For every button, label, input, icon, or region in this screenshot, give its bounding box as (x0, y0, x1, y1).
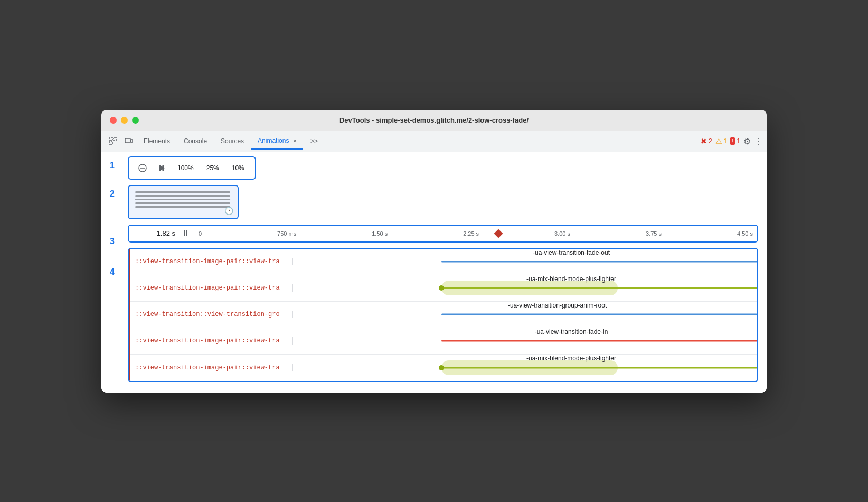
anim-line-1 (135, 191, 230, 193)
svg-rect-0 (109, 137, 112, 141)
title-bar: DevTools - simple-set-demos.glitch.me/2-… (101, 110, 767, 131)
animation-row-2[interactable]: ::view-transition-image-pair::view-tra -… (129, 275, 757, 302)
row-anim-name-3: -ua-view-transition-group-anim-root (508, 302, 607, 309)
traffic-lights (110, 117, 139, 124)
tab-console[interactable]: Console (177, 133, 213, 150)
row-label-2: ::view-transition-image-pair::view-tra (129, 284, 293, 292)
row-track-2: -ua-mix-blend-mode-plus-lighter (293, 275, 757, 301)
mark-2s25: 2.25 s (463, 230, 479, 237)
section-label-3: 3 (110, 237, 115, 246)
anim-line-4 (135, 202, 230, 204)
animation-lines (135, 191, 230, 213)
current-time-display: 1.82 s (129, 229, 182, 237)
tab-animations[interactable]: Animations × (251, 133, 303, 150)
device-mode-icon[interactable] (121, 134, 136, 148)
row-track-3: -ua-view-transition-group-anim-root (293, 302, 757, 328)
settings-icon[interactable]: ⚙ (743, 136, 751, 146)
speed-10-button[interactable]: 10% (228, 163, 249, 173)
tab-close-icon[interactable]: × (293, 137, 296, 144)
row-label-1: ::view-transition-image-pair::view-tra (129, 258, 293, 265)
timeline-ruler-section: 1.82 s ⏸ 0 750 ms 1.50 s 2.25 s 3.00 s 3… (128, 225, 758, 243)
minimize-button[interactable] (121, 117, 128, 124)
more-options-icon[interactable]: ⋮ (754, 136, 762, 146)
info-icon: ! (730, 137, 735, 145)
track-bar-3 (441, 314, 757, 315)
svg-rect-2 (109, 142, 112, 145)
play-button[interactable] (154, 161, 169, 175)
animation-row-5[interactable]: ::view-transition-image-pair::view-tra -… (129, 355, 757, 381)
more-tabs-button[interactable]: >> (304, 133, 324, 150)
anim-line-5 (135, 206, 230, 208)
svg-rect-3 (125, 138, 130, 143)
animation-controls: 100% 25% 10% (128, 156, 256, 180)
speed-100-button[interactable]: 100% (173, 163, 198, 173)
inspect-icon[interactable] (106, 134, 120, 148)
row-track-1: -ua-view-transition-fade-out (293, 249, 757, 275)
close-button[interactable] (110, 117, 117, 124)
devtools-window: DevTools - simple-set-demos.glitch.me/2-… (101, 110, 767, 393)
clear-button[interactable] (135, 161, 150, 175)
warning-icon: ⚠ (715, 137, 722, 145)
animation-rows-section: ::view-transition-image-pair::view-tra -… (128, 248, 758, 382)
animation-row-3[interactable]: ::view-transition::view-transition-gro -… (129, 302, 757, 328)
tab-sources[interactable]: Sources (214, 133, 250, 150)
pause-icon[interactable]: ⏸ (182, 229, 190, 238)
tab-elements[interactable]: Elements (137, 133, 176, 150)
track-bar-1 (441, 261, 757, 263)
devtools-body: Elements Console Sources Animations × >>… (101, 131, 767, 393)
anim-line-3 (135, 199, 230, 200)
row-label-5: ::view-transition-image-pair::view-tra (129, 364, 293, 371)
row-label-3: ::view-transition::view-transition-gro (129, 311, 293, 318)
error-badge: ✖ 2 (701, 137, 712, 145)
timeline-cursor-diamond (494, 229, 503, 238)
track-bar-5 (441, 367, 757, 368)
tab-right-section: ✖ 2 ⚠ 1 ! 1 ⚙ ⋮ (701, 136, 762, 146)
animation-row-1[interactable]: ::view-transition-image-pair::view-tra -… (129, 249, 757, 275)
track-bar-2 (441, 287, 757, 289)
warning-badge: ⚠ 1 (715, 137, 728, 145)
section-label-1: 1 (110, 161, 115, 170)
speed-25-button[interactable]: 25% (202, 163, 223, 173)
info-badge: ! 1 (730, 137, 740, 145)
clock-icon: 🕐 (224, 207, 233, 215)
mark-3s75: 3.75 s (646, 230, 662, 237)
svg-rect-9 (163, 165, 164, 171)
animation-group-thumbnail[interactable]: 🕐 (128, 185, 239, 219)
svg-rect-1 (114, 137, 117, 141)
timeline-marks[interactable]: 0 750 ms 1.50 s 2.25 s 3.00 s 3.75 s 4.5… (194, 230, 757, 237)
row-label-4: ::view-transition-image-pair::view-tra (129, 337, 293, 345)
row-anim-name-1: -ua-view-transition-fade-out (533, 249, 610, 256)
tab-bar: Elements Console Sources Animations × >>… (101, 131, 767, 152)
row-track-4: -ua-view-transition-fade-in (293, 328, 757, 354)
mark-0: 0 (199, 230, 202, 237)
window-title: DevTools - simple-set-demos.glitch.me/2-… (339, 116, 529, 124)
anim-line-2 (135, 195, 230, 197)
animation-row-4[interactable]: ::view-transition-image-pair::view-tra -… (129, 328, 757, 355)
mark-750ms: 750 ms (277, 230, 296, 237)
mark-4s50: 4.50 s (737, 230, 753, 237)
track-dot-2 (439, 285, 444, 291)
maximize-button[interactable] (132, 117, 139, 124)
mark-3s: 3.00 s (554, 230, 570, 237)
section-label-4: 4 (110, 267, 115, 277)
svg-rect-4 (131, 140, 133, 142)
row-anim-name-4: -ua-view-transition-fade-in (535, 328, 608, 336)
mark-1s50: 1.50 s (372, 230, 388, 237)
track-dot-5 (439, 365, 444, 370)
section-label-2: 2 (110, 189, 115, 199)
track-bar-4 (441, 340, 757, 342)
error-icon: ✖ (701, 137, 707, 145)
svg-rect-8 (159, 165, 161, 171)
row-track-5: -ua-mix-blend-mode-plus-lighter (293, 355, 757, 381)
